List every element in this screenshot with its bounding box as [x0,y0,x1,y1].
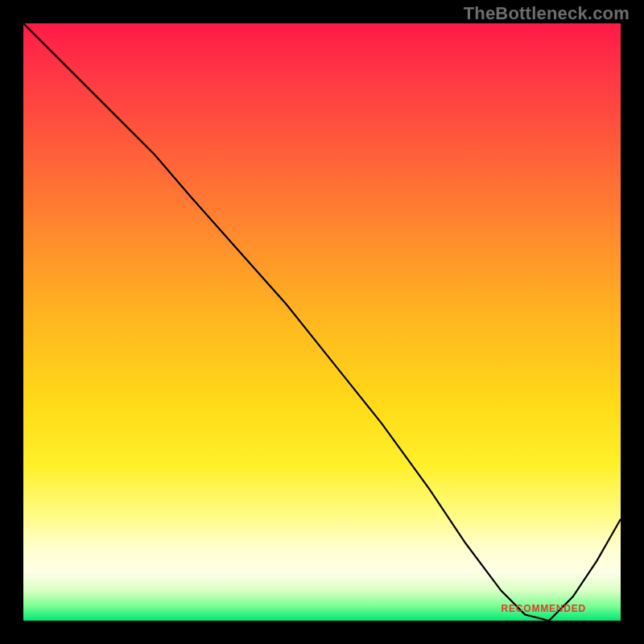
curve-overlay: RECOMMENDED [23,23,621,621]
recommended-label: RECOMMENDED [502,603,586,614]
plot-area: RECOMMENDED [23,23,621,621]
attribution-text: TheBottleneck.com [464,3,630,24]
chart-root: TheBottleneck.com RECOMMENDED [0,0,644,644]
bottleneck-curve [23,23,621,621]
